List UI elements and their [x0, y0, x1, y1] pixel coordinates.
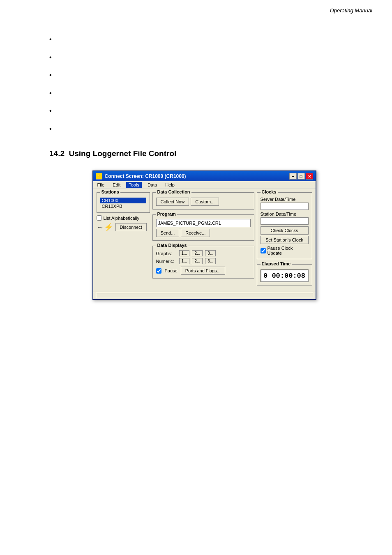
graphs-row: Graphs: 1... 2... 3...	[156, 250, 251, 256]
check-clocks-button[interactable]: Check Clocks	[261, 226, 309, 235]
section-heading: 14.2 Using Loggernet File Control	[49, 149, 359, 158]
list-alphabetically-row: List Alphabetically	[97, 215, 150, 221]
list-item	[49, 83, 359, 101]
pause-label: Pause	[165, 268, 178, 273]
list-item	[49, 48, 359, 66]
dialog-container: ⚡ Connect Screen: CR1000 (CR1000) – □ ✕ …	[49, 170, 359, 300]
menu-tools[interactable]: Tools	[126, 182, 142, 188]
elapsed-time-label: Elapsed Time	[261, 261, 292, 266]
statusbar	[93, 292, 316, 299]
connect-screen-dialog: ⚡ Connect Screen: CR1000 (CR1000) – □ ✕ …	[92, 170, 316, 300]
list-alphabetically-label: List Alphabetically	[104, 216, 139, 221]
disconnect-button[interactable]: Disconnect	[115, 223, 147, 231]
menu-help[interactable]: Help	[163, 182, 177, 188]
pause-checkbox[interactable]	[156, 268, 161, 274]
titlebar: ⚡ Connect Screen: CR1000 (CR1000) – □ ✕	[93, 171, 316, 181]
list-item	[49, 119, 359, 137]
menu-file[interactable]: File	[95, 182, 107, 188]
elapsed-time-value: 0 00:00:08	[261, 269, 309, 282]
header-title: Operating Manual	[330, 7, 372, 14]
page-content: 14.2 Using Loggernet File Control ⚡ Conn…	[0, 17, 392, 329]
stations-label: Stations	[100, 189, 120, 194]
data-collection-label: Data Collection	[156, 189, 191, 194]
stations-group: Stations CR1000 CR10XPB	[97, 192, 150, 213]
data-displays-label: Data Displays	[156, 243, 188, 248]
send-button[interactable]: Send...	[156, 229, 180, 237]
page-header: Operating Manual	[0, 0, 392, 17]
list-item	[49, 30, 359, 48]
server-date-time-field	[261, 203, 309, 210]
col-left: Stations CR1000 CR10XPB List Alphabetica…	[97, 192, 150, 288]
numeric-label: Numeric:	[156, 259, 177, 264]
dialog-body: Stations CR1000 CR10XPB List Alphabetica…	[93, 189, 316, 292]
list-item	[49, 65, 359, 83]
wave-icon: ～⚡	[97, 222, 113, 232]
pause-clock-checkbox[interactable]	[261, 248, 266, 253]
statusbar-segment	[96, 293, 313, 298]
program-label: Program	[156, 212, 177, 216]
restore-button[interactable]: □	[297, 173, 305, 180]
receive-button[interactable]: Receive...	[181, 229, 210, 237]
list-alphabetically-checkbox[interactable]	[97, 215, 102, 221]
graph-3-button[interactable]: 3...	[205, 250, 216, 256]
numeric-1-button[interactable]: 1...	[179, 258, 190, 264]
elapsed-time-group: Elapsed Time 0 00:00:08	[257, 264, 312, 286]
col-right: Clocks Server Date/Time Station Date/Tim…	[257, 192, 312, 288]
app-icon: ⚡	[96, 173, 102, 180]
list-item	[49, 101, 359, 119]
bullet-list	[49, 30, 359, 137]
col-middle: Data Collection Collect Now Custom... Pr…	[152, 192, 254, 288]
minimize-button[interactable]: –	[289, 173, 297, 180]
station-date-time-field	[261, 217, 309, 225]
collect-now-button[interactable]: Collect Now	[156, 198, 189, 206]
clocks-group: Clocks Server Date/Time Station Date/Tim…	[257, 192, 312, 259]
graph-1-button[interactable]: 1...	[179, 250, 190, 256]
numeric-row: Numeric: 1... 2... 3...	[156, 258, 251, 264]
graphs-label: Graphs:	[156, 251, 177, 256]
data-displays-group: Data Displays Graphs: 1... 2... 3... Num…	[152, 246, 254, 279]
set-station-clock-button[interactable]: Set Station's Clock	[261, 236, 309, 244]
station-cr1000[interactable]: CR1000	[100, 198, 146, 203]
menu-edit[interactable]: Edit	[110, 182, 123, 188]
numeric-3-button[interactable]: 3...	[205, 258, 216, 264]
pause-clock-label: Pause Clock Update	[267, 246, 309, 256]
pause-clock-row: Pause Clock Update	[261, 246, 309, 256]
program-buttons: Send... Receive...	[156, 229, 251, 237]
program-name-field	[156, 219, 251, 227]
menu-data[interactable]: Data	[145, 182, 159, 188]
program-name-input[interactable]	[156, 219, 251, 227]
dialog-title: Connect Screen: CR1000 (CR1000)	[105, 173, 186, 179]
data-collection-buttons: Collect Now Custom...	[156, 198, 251, 206]
bottom-controls: ～⚡ Disconnect	[97, 222, 150, 232]
custom-button[interactable]: Custom...	[191, 198, 219, 206]
menubar: File Edit Tools Data Help	[93, 181, 316, 189]
close-button[interactable]: ✕	[306, 173, 313, 180]
stations-list: CR1000 CR10XPB	[100, 198, 146, 209]
numeric-2-button[interactable]: 2...	[192, 258, 203, 264]
pause-row: Pause Ports and Flags...	[156, 267, 251, 275]
station-cr10xpb[interactable]: CR10XPB	[100, 203, 146, 209]
data-collection-group: Data Collection Collect Now Custom...	[152, 192, 254, 210]
titlebar-controls: – □ ✕	[289, 173, 313, 180]
server-date-time-label: Server Date/Time	[261, 197, 309, 202]
graph-2-button[interactable]: 2...	[192, 250, 203, 256]
ports-flags-button[interactable]: Ports and Flags...	[181, 267, 225, 275]
station-date-time-label: Station Date/Time	[261, 212, 309, 216]
program-group: Program Send... Receive...	[152, 214, 254, 241]
clocks-label: Clocks	[261, 189, 278, 194]
